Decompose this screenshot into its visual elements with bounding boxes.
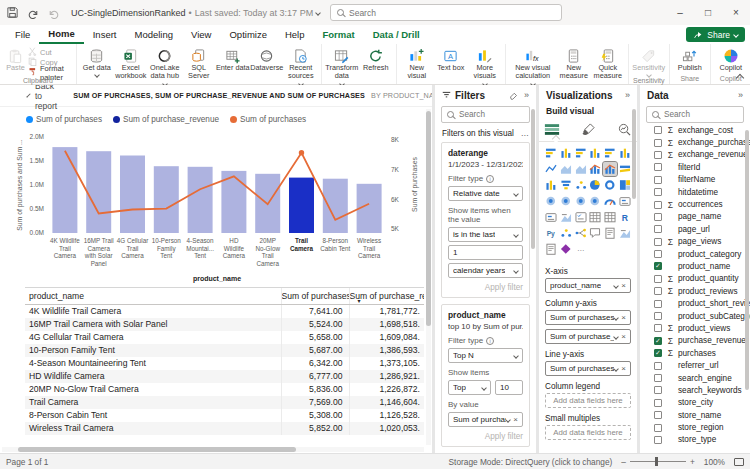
100-stacked-column-chart-icon[interactable] [618, 146, 632, 160]
scatter-chart-icon[interactable] [574, 178, 588, 192]
save-icon[interactable] [3, 5, 21, 21]
data-search-input[interactable] [664, 110, 738, 119]
format-painter-button[interactable]: Format painter [28, 68, 73, 77]
field-row-occurrences[interactable]: Σoccurrences [640, 198, 750, 210]
data-search[interactable] [646, 106, 744, 123]
field-checkbox[interactable] [654, 201, 662, 209]
dataverse-button[interactable]: Dataverse [250, 46, 284, 72]
field-checkbox[interactable] [654, 362, 662, 370]
filters-section-more-icon[interactable]: … [521, 129, 529, 138]
table-row[interactable]: HD Wildlife Camera6,777.001,286,921. [25, 370, 424, 383]
kpi-icon[interactable] [559, 210, 573, 224]
filter-card-daterange[interactable]: daterange1/1/2023 - 12/31/2023Filter typ… [441, 142, 530, 298]
menu-item-view[interactable]: View [182, 25, 220, 44]
remove-icon[interactable]: × [621, 313, 626, 322]
minimize-button[interactable]: – [666, 0, 694, 25]
stacked-column-chart-icon[interactable] [559, 146, 573, 160]
field-row-exchange-purchases[interactable]: Σexchange_purchases [640, 136, 750, 148]
legend-item-0[interactable]: Sum of purchases [26, 115, 102, 124]
sql-server-button[interactable]: SQL Server [182, 46, 216, 81]
pie-chart-icon[interactable] [588, 178, 602, 192]
quick-measure-button[interactable]: Quick measure [591, 46, 625, 81]
map-icon[interactable] [544, 194, 558, 208]
field-checkbox[interactable]: ✓ [654, 262, 662, 270]
bar-4g-cellular-trail-camera[interactable] [120, 156, 145, 234]
field-row-page-views[interactable]: Σpage_views [640, 236, 750, 248]
zoom-in-icon[interactable]: + [690, 457, 695, 467]
field-checkbox[interactable] [654, 250, 662, 258]
multi-row-card-icon[interactable] [544, 210, 558, 224]
menu-item-file[interactable]: File [6, 25, 39, 44]
legend-item-2[interactable]: Sum of purchases [230, 115, 306, 124]
key-influencers-icon[interactable] [559, 226, 573, 240]
field-checkbox[interactable] [654, 374, 662, 382]
field-row-store-region[interactable]: store_region [640, 421, 750, 433]
tab-format-visual[interactable] [578, 121, 598, 137]
table-row[interactable]: Trail Camera7,569.001,146,604. [25, 396, 424, 409]
field-chip-sum-of-purchases[interactable]: Sum of purchases× [545, 361, 631, 376]
text-box-button[interactable]: AText box [434, 46, 468, 72]
field-checkbox[interactable] [654, 386, 662, 394]
empty-field-well[interactable]: Add data fields here [545, 393, 631, 408]
clustered-column-chart-icon[interactable] [588, 146, 602, 160]
field-row-product-short-review[interactable]: product_short_review [640, 297, 750, 309]
field-row-referrer-url[interactable]: referrer_url [640, 359, 750, 371]
field-checkbox[interactable]: ✓ [654, 349, 662, 357]
get-data-button[interactable]: Get data [80, 46, 114, 77]
column-header-product-name[interactable]: product_name [25, 288, 281, 305]
autosave-chevron-icon[interactable] [315, 10, 321, 16]
line-chart-icon[interactable] [544, 162, 558, 176]
menu-item-modeling[interactable]: Modeling [125, 25, 182, 44]
column-header-sum-of-purchases[interactable]: Sum of purchases [281, 288, 349, 305]
python-visual-icon[interactable]: Py [544, 226, 558, 240]
remove-icon[interactable]: × [621, 281, 626, 290]
table-row[interactable]: 16MP Trail Camera with Solar Panel5,524.… [25, 318, 424, 331]
apply-filter-button[interactable]: Apply filter [448, 283, 523, 292]
matrix-icon[interactable] [603, 210, 617, 224]
maximize-button[interactable]: □ [694, 0, 722, 25]
field-checkbox[interactable] [654, 411, 662, 419]
table-icon[interactable] [588, 210, 602, 224]
menu-item-help[interactable]: Help [276, 25, 314, 44]
table-row[interactable]: 4K Wildlife Trail Camera7,641.001,781,77… [25, 305, 424, 319]
recent-sources-button[interactable]: Recent sources [284, 46, 318, 86]
empty-field-well[interactable]: Add data fields here [545, 425, 631, 440]
field-row-product-subcategory[interactable]: product_subCategory [640, 310, 750, 322]
field-row-hitdatetime[interactable]: hitdatetime [640, 186, 750, 198]
field-row-store-city[interactable]: store_city [640, 397, 750, 409]
field-checkbox[interactable] [654, 139, 662, 147]
filters-scrollbar[interactable] [531, 109, 535, 449]
zoom-level[interactable]: 100% [704, 457, 725, 467]
table-row[interactable]: 4G Cellular Trail Camera5,658.001,609,08… [25, 331, 424, 344]
field-checkbox[interactable] [654, 424, 662, 432]
field-chip-sum-of-purchase-reve[interactable]: Sum of purchase_reve...× [545, 329, 631, 344]
r-script-visual-icon[interactable]: R [618, 210, 632, 224]
fit-to-page-icon[interactable] [734, 458, 744, 466]
zoom-slider[interactable]: – + [621, 457, 694, 467]
field-checkbox[interactable] [654, 176, 662, 184]
bar-10-person-family-tent[interactable] [154, 166, 179, 233]
share-button[interactable]: Share [686, 27, 745, 42]
field-chip-sum-of-purchases[interactable]: Sum of purchases× [545, 310, 631, 325]
field-checkbox[interactable] [654, 238, 662, 246]
field-row-filterid[interactable]: filterId [640, 161, 750, 173]
canvas-vertical-scrollbar[interactable] [426, 109, 431, 445]
new-visual-calculation-button[interactable]: fxNew visual calculation [509, 46, 557, 86]
filled-map-icon[interactable] [559, 194, 573, 208]
redo-icon[interactable] [45, 5, 63, 21]
back-to-report-button[interactable]: Back to report [35, 85, 57, 111]
table-row[interactable]: 10-Person Family Tent5,687.001,386,593. [25, 344, 424, 357]
more-visuals-button[interactable]: More visuals [468, 46, 502, 86]
gauge-icon[interactable] [603, 194, 617, 208]
remove-icon[interactable]: × [513, 415, 518, 424]
apply-filter-button[interactable]: Apply filter [448, 432, 523, 441]
field-checkbox[interactable] [654, 287, 662, 295]
sensitivity-button[interactable]: Sensitivity [632, 46, 666, 77]
field-checkbox[interactable] [654, 324, 662, 332]
bar-4k-wildlife-trail-camera[interactable] [52, 147, 77, 233]
slicer-icon[interactable] [574, 210, 588, 224]
paginated-report-icon[interactable] [544, 242, 558, 256]
field-row-product-name[interactable]: ✓product_name [640, 260, 750, 272]
search-input[interactable] [349, 8, 555, 18]
field-checkbox[interactable]: ✓ [654, 337, 662, 345]
